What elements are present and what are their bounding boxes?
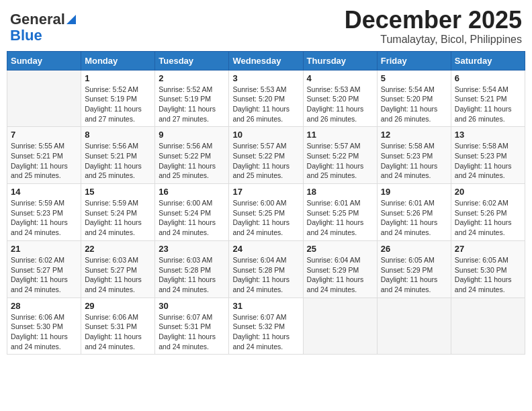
page-header: General Blue December 2025 Tumalaytay, B… — [7, 7, 525, 46]
day-info: Sunrise: 5:57 AMSunset: 5:22 PMDaylight:… — [307, 141, 373, 181]
calendar-cell: 13Sunrise: 5:58 AMSunset: 5:23 PMDayligh… — [451, 127, 525, 184]
day-info: Sunrise: 6:07 AMSunset: 5:31 PMDaylight:… — [159, 312, 225, 352]
calendar-cell: 9Sunrise: 5:56 AMSunset: 5:22 PMDaylight… — [155, 127, 229, 184]
day-number: 5 — [381, 73, 447, 83]
day-info: Sunrise: 5:53 AMSunset: 5:20 PMDaylight:… — [232, 85, 299, 124]
calendar-cell: 31Sunrise: 6:07 AMSunset: 5:32 PMDayligh… — [229, 298, 303, 355]
day-number: 11 — [307, 130, 373, 140]
day-info: Sunrise: 5:57 AMSunset: 5:22 PMDaylight:… — [232, 141, 299, 181]
calendar-cell: 4Sunrise: 5:53 AMSunset: 5:20 PMDaylight… — [303, 70, 377, 127]
logo-blue-text: Blue — [10, 27, 42, 44]
day-info: Sunrise: 6:05 AMSunset: 5:29 PMDaylight:… — [381, 255, 447, 295]
day-info: Sunrise: 6:06 AMSunset: 5:31 PMDaylight:… — [85, 312, 151, 352]
calendar-cell — [303, 298, 377, 355]
day-info: Sunrise: 6:01 AMSunset: 5:25 PMDaylight:… — [307, 198, 373, 238]
calendar-cell: 10Sunrise: 5:57 AMSunset: 5:22 PMDayligh… — [229, 127, 303, 184]
calendar-cell: 2Sunrise: 5:52 AMSunset: 5:19 PMDaylight… — [155, 70, 229, 127]
day-number: 25 — [307, 244, 373, 254]
day-info: Sunrise: 6:04 AMSunset: 5:28 PMDaylight:… — [232, 255, 299, 295]
calendar-cell: 6Sunrise: 5:54 AMSunset: 5:21 PMDaylight… — [451, 70, 525, 127]
day-number: 19 — [381, 187, 447, 197]
calendar-week-row: 1Sunrise: 5:52 AMSunset: 5:19 PMDaylight… — [7, 70, 525, 127]
day-number: 18 — [307, 187, 373, 197]
day-number: 16 — [159, 187, 225, 197]
day-number: 1 — [85, 73, 151, 83]
svg-marker-0 — [66, 15, 76, 24]
day-header-sunday: Sunday — [7, 51, 81, 70]
location-title: Tumalaytay, Bicol, Philippines — [345, 34, 522, 46]
calendar-cell: 27Sunrise: 6:05 AMSunset: 5:30 PMDayligh… — [451, 240, 525, 298]
day-number: 21 — [11, 244, 77, 254]
calendar-cell: 8Sunrise: 5:56 AMSunset: 5:21 PMDaylight… — [81, 127, 155, 184]
calendar-cell: 26Sunrise: 6:05 AMSunset: 5:29 PMDayligh… — [377, 240, 451, 298]
month-title: December 2025 — [345, 7, 522, 34]
day-info: Sunrise: 5:53 AMSunset: 5:20 PMDaylight:… — [307, 85, 373, 124]
day-header-wednesday: Wednesday — [229, 51, 303, 70]
day-info: Sunrise: 6:06 AMSunset: 5:30 PMDaylight:… — [11, 312, 77, 352]
day-info: Sunrise: 6:07 AMSunset: 5:32 PMDaylight:… — [232, 312, 299, 352]
day-info: Sunrise: 6:00 AMSunset: 5:24 PMDaylight:… — [159, 198, 225, 238]
day-info: Sunrise: 6:03 AMSunset: 5:28 PMDaylight:… — [159, 255, 225, 295]
day-number: 3 — [232, 73, 299, 83]
day-number: 20 — [455, 187, 521, 197]
day-header-friday: Friday — [377, 51, 451, 70]
day-info: Sunrise: 5:59 AMSunset: 5:23 PMDaylight:… — [11, 198, 77, 238]
calendar-cell — [7, 70, 81, 127]
calendar-cell: 17Sunrise: 6:00 AMSunset: 5:25 PMDayligh… — [229, 184, 303, 241]
calendar-cell: 1Sunrise: 5:52 AMSunset: 5:19 PMDaylight… — [81, 70, 155, 127]
day-info: Sunrise: 5:56 AMSunset: 5:22 PMDaylight:… — [159, 141, 225, 181]
day-number: 23 — [159, 244, 225, 254]
calendar-cell: 18Sunrise: 6:01 AMSunset: 5:25 PMDayligh… — [303, 184, 377, 241]
calendar-week-row: 21Sunrise: 6:02 AMSunset: 5:27 PMDayligh… — [7, 240, 525, 298]
day-number: 2 — [159, 73, 225, 83]
calendar-cell: 12Sunrise: 5:58 AMSunset: 5:23 PMDayligh… — [377, 127, 451, 184]
calendar-header-row: SundayMondayTuesdayWednesdayThursdayFrid… — [7, 51, 525, 70]
logo-general-text: General — [10, 11, 65, 28]
day-number: 29 — [85, 301, 151, 311]
day-number: 9 — [159, 130, 225, 140]
calendar-cell: 14Sunrise: 5:59 AMSunset: 5:23 PMDayligh… — [7, 184, 81, 241]
day-info: Sunrise: 5:56 AMSunset: 5:21 PMDaylight:… — [85, 141, 151, 181]
calendar-cell: 25Sunrise: 6:04 AMSunset: 5:29 PMDayligh… — [303, 240, 377, 298]
day-header-thursday: Thursday — [303, 51, 377, 70]
calendar-cell: 28Sunrise: 6:06 AMSunset: 5:30 PMDayligh… — [7, 298, 81, 355]
day-info: Sunrise: 5:54 AMSunset: 5:20 PMDaylight:… — [381, 85, 447, 124]
day-info: Sunrise: 5:58 AMSunset: 5:23 PMDaylight:… — [455, 141, 521, 181]
calendar-cell: 29Sunrise: 6:06 AMSunset: 5:31 PMDayligh… — [81, 298, 155, 355]
day-number: 4 — [307, 73, 373, 83]
day-header-tuesday: Tuesday — [155, 51, 229, 70]
calendar-cell: 30Sunrise: 6:07 AMSunset: 5:31 PMDayligh… — [155, 298, 229, 355]
title-block: December 2025 Tumalaytay, Bicol, Philipp… — [345, 7, 522, 46]
calendar-cell: 15Sunrise: 5:59 AMSunset: 5:24 PMDayligh… — [81, 184, 155, 241]
day-number: 15 — [85, 187, 151, 197]
day-number: 6 — [455, 73, 521, 83]
day-number: 14 — [11, 187, 77, 197]
day-info: Sunrise: 6:01 AMSunset: 5:26 PMDaylight:… — [381, 198, 447, 238]
day-info: Sunrise: 5:52 AMSunset: 5:19 PMDaylight:… — [85, 85, 151, 124]
calendar-cell — [377, 298, 451, 355]
calendar-cell: 21Sunrise: 6:02 AMSunset: 5:27 PMDayligh… — [7, 240, 81, 298]
day-info: Sunrise: 5:52 AMSunset: 5:19 PMDaylight:… — [159, 85, 225, 124]
logo-triangle-icon — [66, 13, 76, 24]
day-info: Sunrise: 5:55 AMSunset: 5:21 PMDaylight:… — [11, 141, 77, 181]
calendar-cell: 5Sunrise: 5:54 AMSunset: 5:20 PMDaylight… — [377, 70, 451, 127]
day-info: Sunrise: 6:02 AMSunset: 5:27 PMDaylight:… — [11, 255, 77, 295]
day-number: 22 — [85, 244, 151, 254]
day-info: Sunrise: 6:05 AMSunset: 5:30 PMDaylight:… — [455, 255, 521, 295]
calendar-week-row: 28Sunrise: 6:06 AMSunset: 5:30 PMDayligh… — [7, 298, 525, 355]
calendar-cell: 16Sunrise: 6:00 AMSunset: 5:24 PMDayligh… — [155, 184, 229, 241]
day-header-saturday: Saturday — [451, 51, 525, 70]
calendar-table: SundayMondayTuesdayWednesdayThursdayFrid… — [7, 51, 525, 355]
day-number: 26 — [381, 244, 447, 254]
calendar-cell: 22Sunrise: 6:03 AMSunset: 5:27 PMDayligh… — [81, 240, 155, 298]
calendar-week-row: 14Sunrise: 5:59 AMSunset: 5:23 PMDayligh… — [7, 184, 525, 241]
day-number: 24 — [232, 244, 299, 254]
day-number: 12 — [381, 130, 447, 140]
day-number: 7 — [11, 130, 77, 140]
day-info: Sunrise: 6:04 AMSunset: 5:29 PMDaylight:… — [307, 255, 373, 295]
day-info: Sunrise: 6:02 AMSunset: 5:26 PMDaylight:… — [455, 198, 521, 238]
day-info: Sunrise: 5:54 AMSunset: 5:21 PMDaylight:… — [455, 85, 521, 124]
calendar-cell: 23Sunrise: 6:03 AMSunset: 5:28 PMDayligh… — [155, 240, 229, 298]
day-number: 13 — [455, 130, 521, 140]
day-info: Sunrise: 6:03 AMSunset: 5:27 PMDaylight:… — [85, 255, 151, 295]
